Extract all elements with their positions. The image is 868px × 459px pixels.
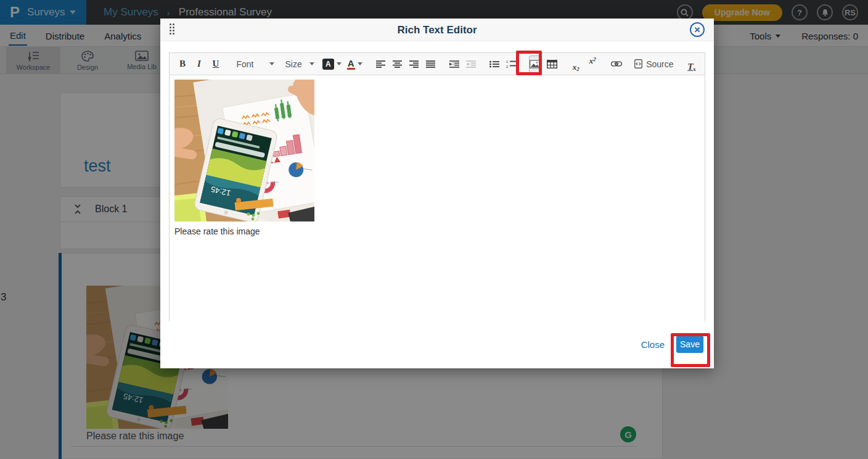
editor-content-area[interactable]: 50% 12:45 Please rate this image: [170, 75, 705, 321]
remove-format-button[interactable]: Tx: [686, 56, 697, 72]
text-color-button[interactable]: A: [347, 59, 362, 70]
inserted-image[interactable]: 50% 12:45: [174, 80, 314, 221]
annotation-box-save-button: [671, 333, 710, 367]
insert-table-button[interactable]: [547, 56, 558, 72]
align-right-button[interactable]: [408, 56, 419, 72]
modal-header: Rich Text Editor ✕: [160, 19, 714, 41]
annotation-box-image-button: [516, 51, 542, 75]
bulleted-list-button[interactable]: [489, 56, 500, 72]
outdent-button[interactable]: [465, 56, 477, 72]
bold-button[interactable]: B: [177, 56, 188, 72]
close-icon[interactable]: ✕: [690, 22, 705, 37]
indent-button[interactable]: [449, 56, 460, 72]
svg-text:1: 1: [506, 60, 509, 64]
justify-button[interactable]: [425, 56, 436, 72]
chevron-down-icon: [269, 62, 274, 65]
align-left-button[interactable]: [375, 56, 386, 72]
source-button[interactable]: Source: [634, 59, 673, 69]
underline-button[interactable]: U: [210, 56, 221, 72]
font-dropdown[interactable]: Font: [234, 59, 277, 69]
background-color-button[interactable]: A: [322, 59, 342, 70]
modal-footer: Close Save: [160, 321, 714, 368]
chevron-down-icon: [358, 62, 362, 65]
rich-text-editor: B I U Font Size A A: [169, 52, 705, 321]
source-label: Source: [646, 59, 673, 69]
source-page-icon: [634, 59, 642, 68]
modal-title: Rich Text Editor: [160, 24, 714, 36]
editor-toolbar: B I U Font Size A A: [170, 53, 705, 75]
screen: P Surveys My Surveys › Professional Surv…: [0, 0, 868, 459]
link-chain-icon: [611, 61, 622, 67]
size-dropdown[interactable]: Size: [282, 59, 316, 69]
desk-photo-illustration: 50% 12:45: [174, 80, 314, 221]
chevron-down-icon: [337, 62, 342, 65]
superscript-button[interactable]: x2: [587, 56, 598, 72]
align-center-button[interactable]: [391, 56, 403, 72]
subscript-button[interactable]: x2: [570, 56, 581, 72]
editor-caption-text[interactable]: Please rate this image: [174, 226, 700, 236]
svg-text:2: 2: [506, 65, 509, 68]
numbered-list-button[interactable]: 12: [506, 56, 517, 72]
chevron-down-icon: [309, 62, 314, 65]
insert-link-button[interactable]: [611, 56, 622, 72]
close-button[interactable]: Close: [641, 339, 665, 350]
italic-button[interactable]: I: [194, 56, 205, 72]
rich-text-editor-modal: Rich Text Editor ✕ B I U Font Size A A: [160, 19, 714, 368]
